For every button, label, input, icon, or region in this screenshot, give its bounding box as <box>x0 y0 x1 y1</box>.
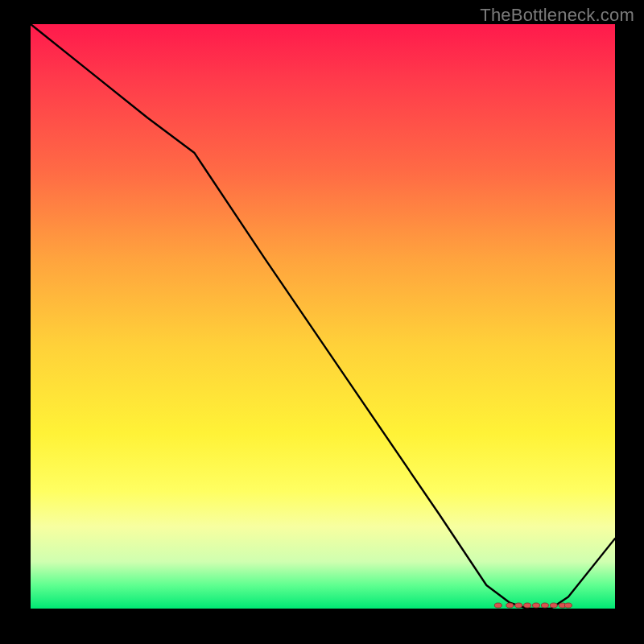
flat-marker-dot <box>550 603 557 608</box>
flat-region-markers <box>494 603 572 608</box>
bottleneck-curve <box>31 24 615 609</box>
flat-marker-dot <box>524 603 531 608</box>
flat-marker-dot <box>541 603 548 608</box>
chart-frame: TheBottleneck.com <box>0 0 644 644</box>
flat-marker-dot <box>506 603 514 608</box>
plot-overlay <box>31 24 615 609</box>
plot-area <box>31 24 615 609</box>
flat-marker-dot <box>564 603 572 608</box>
watermark-text: TheBottleneck.com <box>480 5 634 26</box>
flat-marker-dot <box>515 603 522 608</box>
flat-marker-dot <box>494 603 502 608</box>
flat-marker-dot <box>533 603 540 608</box>
